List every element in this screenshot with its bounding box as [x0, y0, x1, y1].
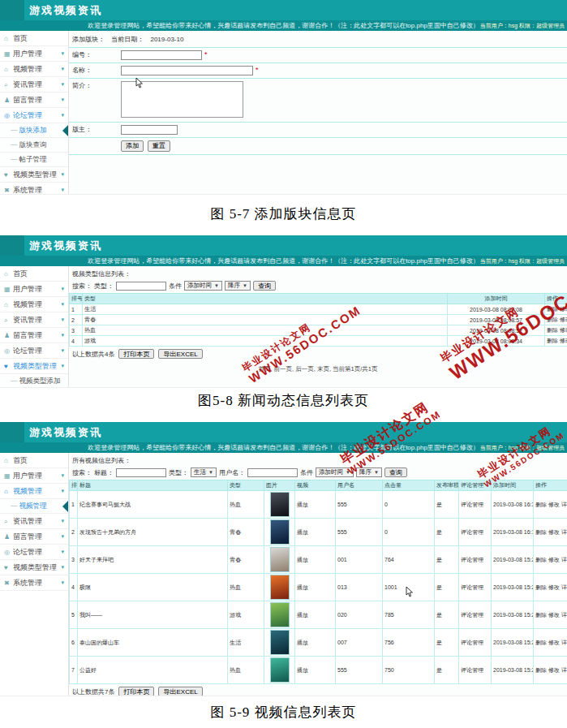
- comment-manage-link[interactable]: 评论管理: [459, 491, 492, 519]
- export-excel-button[interactable]: 导出EXCEL: [158, 687, 202, 696]
- play-link[interactable]: 播放: [295, 491, 336, 519]
- total-count: 以上数据共4条: [72, 350, 114, 359]
- field-input[interactable]: [121, 66, 253, 75]
- play-link[interactable]: 播放: [295, 519, 336, 546]
- form-row: 编号：*: [69, 48, 567, 63]
- sidebar-item-资讯管理[interactable]: ⌕资讯管理▾: [0, 77, 68, 93]
- table-row[interactable]: 3好天子来拜吧青春播放001764是评论管理2019-03-08 15:27:1…: [70, 546, 567, 574]
- play-link[interactable]: 播放: [295, 657, 336, 684]
- print-button[interactable]: 打印本页: [118, 349, 154, 359]
- sidebar-item-用户管理[interactable]: ▦用户管理▾: [0, 46, 68, 62]
- sidebar-subitem-版块添加[interactable]: —版块添加: [0, 123, 68, 138]
- sidebar-item-用户管理[interactable]: ▦用户管理▾: [0, 468, 68, 484]
- sidebar-item-视频管理[interactable]: ⌂视频管理▾: [0, 484, 68, 499]
- sidebar-item-资讯管理[interactable]: ⌕资讯管理▾: [0, 312, 68, 328]
- sidebar-item-资讯管理[interactable]: ⌕资讯管理▾: [0, 514, 68, 529]
- title-search-input[interactable]: [116, 468, 166, 477]
- row-actions-links[interactable]: 删除 修改 详情: [534, 519, 567, 546]
- row-number: 4: [70, 336, 83, 347]
- video-thumbnail: [264, 601, 295, 629]
- username: 555: [336, 519, 383, 546]
- comment-manage-link[interactable]: 评论管理: [459, 546, 492, 574]
- sort-field-select[interactable]: 添加时间▼: [184, 281, 222, 291]
- row-actions-links[interactable]: 删除 修改 详情: [534, 546, 567, 574]
- sidebar-subitem-视频管理[interactable]: —视频管理: [0, 499, 68, 514]
- add-time: 2019-03-08 16:17:14: [492, 519, 534, 546]
- submit-button[interactable]: 添加: [121, 140, 144, 152]
- sidebar-item-论坛管理[interactable]: ◎论坛管理▾: [0, 545, 68, 560]
- sidebar-item-论坛管理[interactable]: ◎论坛管理▾: [0, 343, 68, 359]
- sidebar-item-系统管理[interactable]: ✖系统管理▾: [0, 183, 68, 194]
- news-icon: ⌕: [4, 313, 13, 328]
- sidebar-item-首页[interactable]: ⌂首页: [0, 453, 68, 468]
- type-select[interactable]: 生活▼: [191, 467, 217, 477]
- sort-order-select[interactable]: 降序▼: [225, 281, 251, 291]
- type-filter-label: 类型：: [94, 282, 114, 291]
- sidebar-item-留言管理[interactable]: ♟留言管理▾: [0, 328, 68, 343]
- reset-button[interactable]: 重置: [148, 140, 170, 152]
- row-actions-links[interactable]: 删除 修改 详情: [534, 574, 567, 601]
- sidebar-item-首页[interactable]: ⌂首页: [0, 31, 68, 46]
- table-row[interactable]: 1纪念赛事司马懿大战热血播放5550是评论管理2019-03-08 16:31:…: [70, 491, 567, 519]
- row-actions-links[interactable]: 删除 修改 详情: [534, 657, 567, 684]
- sidebar-item-留言管理[interactable]: ♟留言管理▾: [0, 529, 68, 545]
- audit-status: 是: [435, 629, 459, 657]
- print-button[interactable]: 打印本页: [118, 687, 154, 696]
- row-actions-links[interactable]: 删除 修改 详情: [534, 601, 567, 629]
- column-header: 类型: [228, 480, 264, 491]
- row-number: 2: [70, 519, 78, 546]
- video-thumbnail-image: [270, 657, 290, 683]
- field-input[interactable]: [121, 125, 178, 135]
- sidebar-subitem-版块查询[interactable]: —版块查询: [0, 138, 68, 153]
- sidebar-item-视频管理[interactable]: ⌂视频管理▾: [0, 62, 68, 77]
- row-actions-links[interactable]: 删除 修改 详情: [534, 491, 567, 519]
- sidebar-item-视频类型管理[interactable]: ♥视频类型管理▾: [0, 560, 68, 575]
- comment-manage-link[interactable]: 评论管理: [459, 657, 492, 684]
- comment-manage-link[interactable]: 评论管理: [459, 574, 492, 601]
- sidebar-item-留言管理[interactable]: ♟留言管理▾: [0, 93, 68, 108]
- username-search-input[interactable]: [247, 468, 298, 477]
- row-actions-links[interactable]: 删除 修改 详情: [534, 629, 567, 657]
- comment-manage-link[interactable]: 评论管理: [459, 519, 492, 546]
- sidebar-item-label: 视频管理: [13, 65, 42, 73]
- play-link[interactable]: 播放: [295, 601, 336, 629]
- query-button[interactable]: 查询: [253, 281, 276, 291]
- field-input[interactable]: [121, 50, 202, 60]
- sidebar-item-label: 论坛管理: [13, 347, 42, 355]
- video-type: 热血: [228, 574, 264, 601]
- comment-manage-link[interactable]: 评论管理: [459, 601, 492, 629]
- sidebar-subitem-帖子管理[interactable]: —帖子管理: [0, 153, 68, 167]
- audit-status: 是: [435, 601, 459, 629]
- sidebar-item-视频管理[interactable]: ⌂视频管理▾: [0, 297, 68, 312]
- sidebar-subitem-视频类型添加[interactable]: —视频类型添加: [0, 374, 68, 387]
- sidebar-item-首页[interactable]: ⌂首页: [0, 266, 68, 282]
- app-header: 游戏视频资讯: [0, 235, 567, 256]
- comment-manage-link[interactable]: 评论管理: [459, 629, 492, 657]
- sidebar-item-视频类型管理[interactable]: ♥视频类型管理▾: [0, 359, 68, 374]
- row-actions-links[interactable]: 删除 修改: [545, 325, 567, 336]
- table-row[interactable]: 6泰山国的爆山车生活播放007756是评论管理2019-03-08 15:27:…: [70, 629, 567, 657]
- dash-icon: —: [11, 140, 18, 149]
- play-link[interactable]: 播放: [295, 629, 336, 657]
- play-link[interactable]: 播放: [295, 574, 336, 601]
- table-row[interactable]: 4极限热血播放0131001是评论管理2019-03-08 15:27:16删除…: [70, 574, 567, 601]
- sidebar-item-用户管理[interactable]: ▦用户管理▾: [0, 282, 68, 297]
- sidebar-item-系统管理[interactable]: ✖系统管理▾: [0, 575, 68, 591]
- video-title: 极限: [78, 574, 228, 601]
- field-cell: [121, 79, 567, 123]
- form-buttons-row: 添加重置: [69, 138, 567, 155]
- table-row[interactable]: 7公益好热血播放555750是评论管理2019-03-08 15:27:16删除…: [70, 657, 567, 684]
- video-thumbnail-image: [270, 630, 290, 655]
- type-search-input[interactable]: [116, 282, 166, 291]
- pagination[interactable]: 首页, 前一页, 后一页, 末页, 当前第1页/共1页: [69, 365, 567, 373]
- row-actions-links[interactable]: 删除 修改: [545, 336, 567, 347]
- sidebar-item-视频类型管理[interactable]: ♥视频类型管理▾: [0, 167, 68, 183]
- query-button[interactable]: 查询: [384, 467, 407, 477]
- play-link[interactable]: 播放: [295, 546, 336, 574]
- export-excel-button[interactable]: 导出EXCEL: [158, 349, 202, 359]
- sidebar-item-论坛管理[interactable]: ◎论坛管理▾: [0, 108, 68, 123]
- logo-block: [0, 422, 24, 442]
- video-thumbnail: [264, 574, 295, 601]
- table-row[interactable]: 5我叫——游戏播放020785是评论管理2019-03-08 15:27:16删…: [70, 601, 567, 629]
- table-row[interactable]: 2发现预告十兄弟的方舟青春播放5550是评论管理2019-03-08 16:17…: [70, 519, 567, 546]
